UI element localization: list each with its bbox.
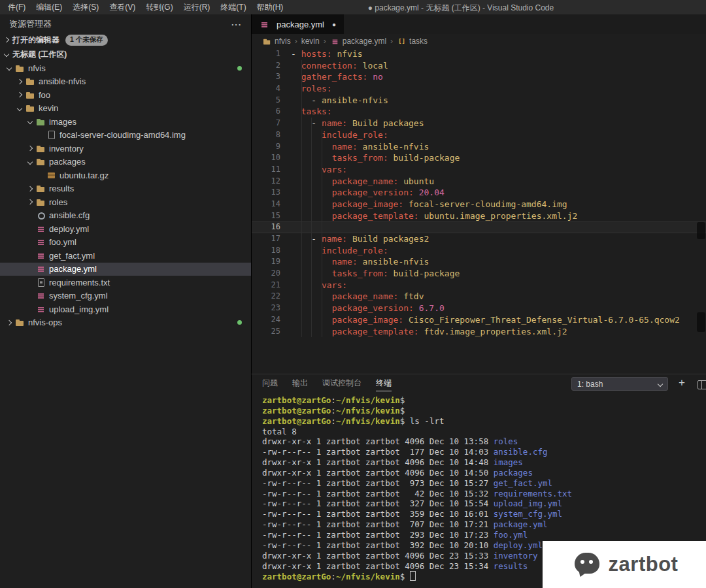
terminal-line: drwxr-xr-x 1 zartbot zartbot 4096 Dec 10… — [262, 436, 706, 447]
code-line[interactable]: 21 vars: — [252, 280, 706, 291]
code-line[interactable]: 3 gather_facts: no — [252, 71, 706, 83]
tree-item-packages[interactable]: packages — [0, 155, 251, 169]
menu-item[interactable]: 转到(G) — [141, 2, 178, 13]
menu-item[interactable]: 编辑(E) — [31, 2, 67, 13]
tree-item-label: images — [49, 117, 76, 127]
line-number: 6 — [252, 106, 291, 118]
tree-item-requirements.txt[interactable]: requirements.txt — [0, 276, 251, 289]
code-line[interactable]: 7 - name: Build packages — [252, 118, 706, 129]
breadcrumb-kevin[interactable]: kevin — [301, 37, 320, 46]
code-line[interactable]: 15 package_template: ubuntu.image_proper… — [252, 210, 706, 222]
code-line[interactable]: 22 package_name: ftdv — [252, 291, 706, 302]
tree-item-label: kevin — [39, 103, 58, 113]
yaml-icon — [36, 224, 46, 234]
menu-item[interactable]: 查看(V) — [104, 2, 141, 13]
tree-item-foo.yml[interactable]: foo.yml — [0, 236, 251, 250]
breadcrumb-separator-icon — [390, 37, 394, 46]
menu-item[interactable]: 帮助(H) — [252, 2, 289, 13]
tree-item-ansible-nfvis[interactable]: ansible-nfvis — [0, 75, 251, 89]
code-line[interactable]: 6 tasks: — [252, 106, 706, 118]
menu-item[interactable]: 件(F) — [3, 2, 31, 13]
new-terminal-icon[interactable] — [679, 376, 685, 389]
code-line[interactable]: 2 connection: local — [252, 60, 706, 72]
tree-item-label: ubuntu.tar.gz — [59, 171, 109, 180]
yaml-icon — [331, 37, 339, 46]
workspace-section[interactable]: 无标题 (工作区) — [0, 47, 251, 61]
line-number: 2 — [252, 60, 291, 72]
code-line[interactable]: 17 - name: Build packages2 — [252, 233, 706, 245]
overview-ruler-mark — [697, 222, 705, 239]
tree-item-kevin[interactable]: kevin — [0, 102, 251, 116]
tree-item-focal-server-cloudimg-amd64.img[interactable]: focal-server-cloudimg-amd64.img — [0, 129, 251, 142]
breadcrumb-package.yml[interactable]: package.yml — [330, 37, 386, 46]
gear-icon — [36, 210, 46, 220]
code-line[interactable]: 23 package_version: 6.7.0 — [252, 302, 706, 314]
code-line[interactable]: 9 name: ansible-nfvis — [252, 141, 706, 153]
tree-item-package.yml[interactable]: package.yml — [0, 263, 251, 276]
code-line[interactable]: 16 — [252, 221, 706, 233]
chevron-icon — [7, 65, 12, 71]
tree-item-get_fact.yml[interactable]: get_fact.yml — [0, 249, 251, 263]
code-text: tasks_from: build-package — [291, 152, 460, 164]
tree-item-upload_img.yml[interactable]: upload_img.yml — [0, 302, 251, 316]
line-number: 5 — [252, 95, 291, 106]
more-actions-icon[interactable] — [231, 20, 242, 29]
tree-item-results[interactable]: results — [0, 182, 251, 196]
workspace-label: 无标题 (工作区) — [12, 49, 67, 60]
tree-item-ubuntu.tar.gz[interactable]: ubuntu.tar.gz — [0, 169, 251, 182]
chevron-down-icon — [658, 381, 663, 386]
menu-item[interactable]: 终端(T) — [215, 2, 251, 13]
code-line[interactable]: 24 package_image: Cisco_Firepower_Threat… — [252, 314, 706, 326]
tree-item-system_cfg.yml[interactable]: system_cfg.yml — [0, 289, 251, 303]
tree-item-deploy.yml[interactable]: deploy.yml — [0, 222, 251, 236]
code-text: vars: — [291, 280, 347, 291]
panel-tab-终端[interactable]: 终端 — [376, 378, 392, 391]
code-line[interactable]: 5 - ansible-nfvis — [252, 95, 706, 106]
yaml-icon — [36, 291, 46, 301]
code-line[interactable]: 12 package_name: ubuntu — [252, 176, 706, 188]
chevron-icon — [17, 92, 22, 97]
tree-item-images[interactable]: images — [0, 115, 251, 129]
tree-item-roles[interactable]: roles — [0, 195, 251, 209]
code-line[interactable]: 25 package_template: ftdv.image_properti… — [252, 326, 706, 338]
tab-package-yml[interactable]: package.yml — [252, 14, 344, 34]
code-text: include_role: — [291, 245, 388, 257]
breadcrumb-nfvis[interactable]: nfvis — [262, 37, 291, 46]
unsaved-dot-icon[interactable] — [332, 21, 336, 28]
breadcrumb-tasks[interactable]: tasks — [397, 37, 428, 46]
code-line[interactable]: 20 tasks_from: build-package — [252, 268, 706, 280]
open-editors-section[interactable]: 打开的编辑器 1 个未保存 — [0, 33, 251, 47]
code-line[interactable]: 1- hosts: nfvis — [252, 48, 706, 60]
terminal-line: drwxr-xr-x 1 zartbot zartbot 4096 Dec 10… — [262, 457, 706, 468]
terminal-shell-select[interactable]: 1: bash — [571, 377, 668, 391]
code-line[interactable]: 4 roles: — [252, 83, 706, 95]
panel-tab-问题[interactable]: 问题 — [262, 378, 278, 391]
tree-item-inventory[interactable]: inventory — [0, 142, 251, 155]
tree-item-ansible.cfg[interactable]: ansible.cfg — [0, 209, 251, 223]
terminal-line: -rw-r--r-- 1 zartbot zartbot 327 Dec 10 … — [262, 498, 706, 509]
terminal-line: -rw-r--r-- 1 zartbot zartbot 973 Dec 10 … — [262, 478, 706, 489]
panel-tab-输出[interactable]: 输出 — [292, 378, 308, 391]
panel-header: 问题输出调试控制台终端 1: bash — [252, 374, 706, 394]
code-line[interactable]: 18 include_role: — [252, 245, 706, 257]
menu-item[interactable]: 运行(R) — [178, 2, 216, 13]
tree-item-nfvis[interactable]: nfvis — [0, 61, 251, 75]
line-number: 16 — [252, 221, 291, 233]
code-line[interactable]: 19 name: ansible-nfvis — [252, 256, 706, 268]
split-terminal-icon[interactable] — [698, 380, 706, 389]
breadcrumb-label: tasks — [409, 37, 428, 46]
code-line[interactable]: 13 package_version: 20.04 — [252, 187, 706, 199]
folder-icon — [263, 37, 271, 46]
terminal-cursor — [410, 571, 416, 581]
code-line[interactable]: 11 vars: — [252, 164, 706, 176]
code-editor[interactable]: 1- hosts: nfvis2 connection: local3 gath… — [252, 48, 706, 374]
panel-tab-调试控制台[interactable]: 调试控制台 — [322, 378, 361, 391]
menu-item[interactable]: 选择(S) — [67, 2, 104, 13]
menubar: 件(F)编辑(E)选择(S)查看(V)转到(G)运行(R)终端(T)帮助(H) — [0, 0, 706, 14]
code-line[interactable]: 14 package_image: focal-server-cloudimg-… — [252, 199, 706, 210]
tree-item-nfvis-ops[interactable]: nfvis-ops — [0, 316, 251, 330]
code-line[interactable]: 10 tasks_from: build-package — [252, 152, 706, 164]
tree-item-foo[interactable]: foo — [0, 88, 251, 102]
code-text: - name: Build packages — [291, 118, 424, 129]
code-line[interactable]: 8 include_role: — [252, 129, 706, 141]
